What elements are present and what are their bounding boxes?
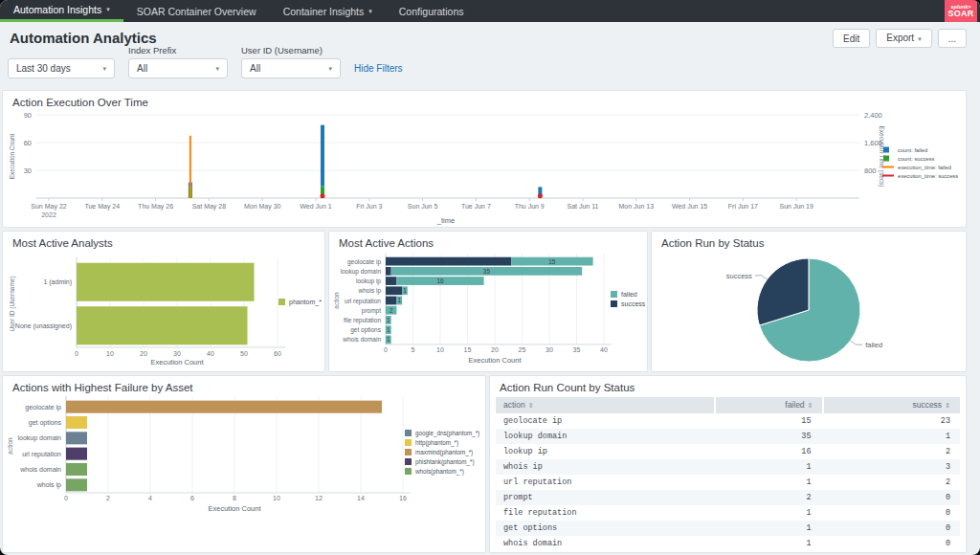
nav-item-label: Automation Insights (13, 4, 101, 15)
svg-text:6: 6 (190, 495, 194, 501)
page-title: Automation Analytics (10, 30, 157, 46)
chevron-down-icon: ▾ (328, 65, 332, 73)
table-cell: 1 (714, 505, 821, 521)
table-cell: 1 (714, 536, 821, 551)
svg-text:1: 1 (397, 297, 401, 303)
nav-item-automation-insights[interactable]: Automation Insights▾ (0, 0, 123, 22)
table-cell: 0 (820, 505, 960, 521)
nav-item-label: SOAR Container Overview (137, 6, 256, 17)
svg-text:Execution Count: Execution Count (9, 133, 15, 179)
time-range-filter: Last 30 days ▾ (8, 45, 115, 78)
table-cell: file reputation (496, 505, 714, 521)
soar-product: SOAR (947, 10, 973, 19)
action-execution-over-time-chart[interactable]: 3060908001,6002,400Sun May 222022Tue May… (3, 91, 966, 227)
svg-text:4: 4 (148, 495, 152, 501)
svg-text:whois domain: whois domain (342, 336, 381, 343)
svg-text:23: 23 (445, 258, 453, 265)
nav-item-soar-container-overview[interactable]: SOAR Container Overview (123, 0, 270, 22)
svg-text:whois domain: whois domain (19, 466, 61, 473)
table-row[interactable]: lookup domain351 (496, 429, 960, 444)
svg-text:failed: failed (621, 291, 637, 298)
column-header-action[interactable]: action⇕ (496, 397, 714, 413)
edit-button[interactable]: Edit (833, 29, 870, 48)
svg-text:800: 800 (864, 166, 877, 175)
svg-text:Execution Count: Execution Count (468, 356, 522, 365)
table-cell: 2 (820, 444, 960, 459)
table-row[interactable]: geolocate ip1523 (496, 413, 960, 429)
more-button[interactable]: ... (938, 29, 967, 48)
svg-text:1: 1 (403, 287, 407, 294)
most-active-analysts-chart[interactable]: 01020304050601 (admin)None (unassigned)E… (3, 232, 324, 371)
svg-text:_time: _time (436, 216, 455, 225)
column-header-success[interactable]: success⇕ (824, 397, 960, 413)
table-row[interactable]: whois domain10 (496, 536, 960, 551)
svg-text:10: 10 (106, 350, 114, 357)
svg-text:10: 10 (273, 495, 280, 501)
svg-text:Thu May 26: Thu May 26 (138, 203, 173, 211)
svg-text:None (unassigned): None (unassigned) (15, 322, 72, 330)
table-cell: url reputation (496, 475, 714, 490)
actions-highest-failure-by-asset-chart[interactable]: 0246810121416geolocate ipget optionslook… (3, 376, 485, 552)
svg-text:20: 20 (140, 350, 147, 357)
svg-text:2: 2 (390, 307, 393, 314)
table-cell: 1 (820, 429, 960, 444)
svg-text:40: 40 (600, 346, 608, 353)
table-row[interactable]: prompt20 (496, 490, 960, 505)
svg-text:file reputation: file reputation (344, 317, 381, 324)
svg-text:Execution Count: Execution Count (150, 358, 204, 366)
export-button[interactable]: Export▾ (876, 29, 931, 48)
index-prefix-dropdown[interactable]: All ▾ (128, 58, 228, 78)
column-header-failed[interactable]: failed⇕ (716, 397, 823, 413)
table-row[interactable]: url reputation12 (496, 475, 960, 490)
table-cell: 15 (714, 413, 821, 429)
table-row[interactable]: file reputation10 (496, 505, 960, 521)
svg-text:phishtank(phantom_*): phishtank(phantom_*) (415, 458, 475, 466)
table-cell: 35 (714, 429, 821, 444)
sort-icon: ⇕ (808, 402, 813, 410)
svg-text:60: 60 (24, 139, 32, 147)
svg-text:lookup ip: lookup ip (356, 278, 381, 285)
svg-text:count: failed: count: failed (898, 147, 927, 153)
time-range-dropdown[interactable]: Last 30 days ▾ (8, 58, 115, 78)
table-cell: get options (496, 521, 714, 536)
svg-text:8: 8 (233, 495, 236, 501)
svg-text:30: 30 (24, 166, 32, 175)
table-row[interactable]: whois ip13 (496, 459, 960, 475)
table-cell: 0 (820, 521, 960, 536)
chevron-down-icon: ▾ (215, 65, 219, 73)
table-cell: 0 (820, 536, 960, 551)
svg-text:16: 16 (436, 278, 444, 284)
svg-text:10: 10 (436, 346, 444, 353)
svg-text:execution_time: success: execution_time: success (898, 173, 958, 179)
svg-text:lookup domain: lookup domain (17, 434, 61, 442)
sort-icon: ⇕ (528, 402, 534, 410)
nav-item-configurations[interactable]: Configurations (386, 0, 478, 22)
svg-text:2: 2 (390, 278, 393, 284)
table-row[interactable]: get options10 (496, 521, 960, 536)
table-cell: 3 (820, 459, 960, 475)
svg-text:Sat May 28: Sat May 28 (192, 203, 227, 211)
svg-text:1: 1 (387, 336, 390, 343)
most-active-actions-chart[interactable]: 05101520253035402315geolocate ip135looku… (329, 232, 647, 371)
svg-text:url reputation: url reputation (345, 298, 381, 305)
index-prefix-filter: Index Prefix All ▾ (128, 45, 228, 78)
svg-text:maxmind(phantom_*): maxmind(phantom_*) (415, 449, 473, 456)
index-prefix-label: Index Prefix (128, 45, 228, 56)
nav-item-container-insights[interactable]: Container Insights▾ (270, 0, 386, 22)
time-range-label (8, 45, 115, 56)
header-buttons: Edit Export▾ ... (833, 29, 967, 48)
table-cell: 2 (820, 475, 960, 490)
column-header-label: success (912, 400, 942, 410)
svg-text:16: 16 (399, 495, 407, 501)
svg-text:whois ip: whois ip (36, 481, 61, 489)
svg-text:Tue May 24: Tue May 24 (84, 203, 120, 211)
splunk-soar-logo: splunk> SOAR (945, 0, 977, 22)
table-cell: lookup ip (496, 444, 714, 459)
user-id-dropdown[interactable]: All ▾ (241, 58, 341, 78)
svg-text:Fri Jun 3: Fri Jun 3 (356, 203, 382, 210)
table-row[interactable]: lookup ip162 (496, 444, 960, 459)
hide-filters-link[interactable]: Hide Filters (354, 63, 403, 74)
svg-text:phantom_*: phantom_* (289, 299, 322, 306)
action-run-by-status-pie[interactable]: failedsuccess (652, 232, 966, 371)
svg-text:execution_time: failed: execution_time: failed (898, 165, 951, 170)
